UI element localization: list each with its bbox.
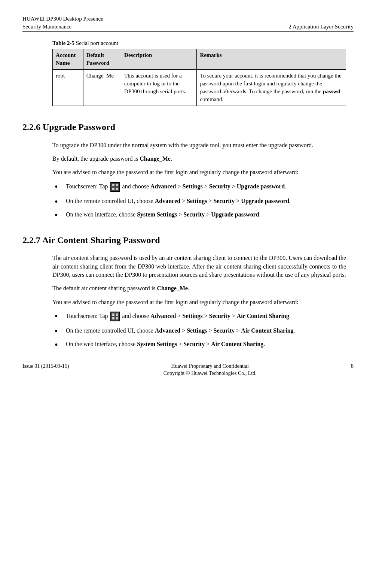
- list-item: Touchscreen: Tap and choose Advanced > S…: [52, 312, 346, 321]
- paragraph: You are advised to change the password a…: [52, 298, 346, 306]
- cell-description: This account is used for a computer to l…: [121, 70, 197, 106]
- table-row: root Change_Me This account is used for …: [53, 70, 346, 106]
- footer-left: Issue 01 (2015-09-15): [22, 363, 69, 370]
- paragraph: You are advised to change the password a…: [52, 168, 346, 176]
- table-caption-prefix: Table 2-5: [52, 40, 74, 46]
- footer-page-number: 8: [351, 363, 354, 370]
- air-steps-list: Touchscreen: Tap and choose Advanced > S…: [52, 312, 346, 349]
- page-footer: Issue 01 (2015-09-15) Huawei Proprietary…: [22, 360, 354, 377]
- table-header-row: Account Name Default Password Descriptio…: [53, 49, 346, 70]
- paragraph: To upgrade the DP300 under the normal sy…: [52, 141, 346, 149]
- paragraph: The air content sharing password is used…: [52, 254, 346, 279]
- cell-password: Change_Me: [83, 70, 121, 106]
- section-title: 2 Application Layer Security: [288, 24, 354, 30]
- table-caption-text: Serial port account: [74, 40, 118, 46]
- th-remarks: Remarks: [197, 49, 346, 70]
- th-password: Default Password: [83, 49, 121, 70]
- footer-center: Huawei Proprietary and Confidential Copy…: [69, 363, 351, 377]
- table-caption: Table 2-5 Serial port account: [52, 39, 354, 47]
- grid-icon: [110, 312, 120, 321]
- doc-title-line2: Security Maintenance: [22, 24, 71, 30]
- serial-port-table: Account Name Default Password Descriptio…: [52, 49, 346, 106]
- doc-title-line1: HUAWEI DP300 Desktop Presence: [22, 16, 103, 22]
- list-item: On the remote controlled UI, choose Adva…: [52, 197, 346, 205]
- cell-remarks: To secure your account, it is recommende…: [197, 70, 346, 106]
- heading-air-content: 2.2.7 Air Content Sharing Password: [22, 234, 354, 247]
- list-item: Touchscreen: Tap and choose Advanced > S…: [52, 182, 346, 192]
- paragraph: By default, the upgrade password is Chan…: [52, 155, 346, 163]
- upgrade-steps-list: Touchscreen: Tap and choose Advanced > S…: [52, 182, 346, 219]
- list-item: On the web interface, choose System Sett…: [52, 210, 346, 219]
- paragraph: The default air content sharing password…: [52, 284, 346, 293]
- page-header: HUAWEI DP300 Desktop Presence Security M…: [22, 15, 354, 32]
- grid-icon: [110, 182, 120, 192]
- heading-upgrade-password: 2.2.6 Upgrade Password: [22, 121, 354, 134]
- header-left: HUAWEI DP300 Desktop Presence Security M…: [22, 15, 103, 31]
- header-right: 2 Application Layer Security: [288, 15, 354, 31]
- list-item: On the remote controlled UI, choose Adva…: [52, 327, 346, 335]
- cell-account: root: [53, 70, 83, 106]
- list-item: On the web interface, choose System Sett…: [52, 340, 346, 348]
- th-description: Description: [121, 49, 197, 70]
- th-account: Account Name: [53, 49, 83, 70]
